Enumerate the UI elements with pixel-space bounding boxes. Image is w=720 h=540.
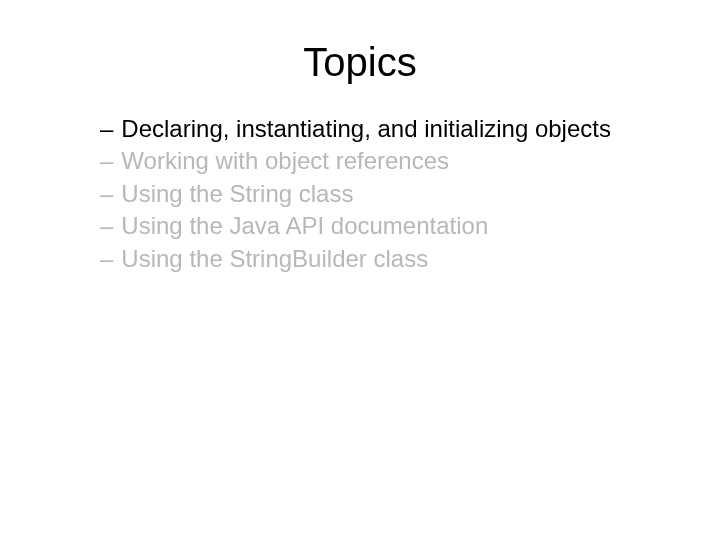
list-item-label: Working with object references — [121, 145, 449, 177]
list-item-label: Using the StringBuilder class — [121, 243, 428, 275]
list-item-label: Using the String class — [121, 178, 353, 210]
list-item-label: Declaring, instantiating, and initializi… — [121, 113, 611, 145]
list-item-label: Using the Java API documentation — [121, 210, 488, 242]
list-item: – Using the Java API documentation — [100, 210, 660, 242]
dash-icon: – — [100, 178, 113, 210]
list-item: – Using the String class — [100, 178, 660, 210]
list-item: – Working with object references — [100, 145, 660, 177]
list-item: – Declaring, instantiating, and initiali… — [100, 113, 660, 145]
dash-icon: – — [100, 113, 113, 145]
slide-title: Topics — [60, 40, 660, 85]
topic-list: – Declaring, instantiating, and initiali… — [60, 113, 660, 275]
list-item: – Using the StringBuilder class — [100, 243, 660, 275]
dash-icon: – — [100, 145, 113, 177]
dash-icon: – — [100, 243, 113, 275]
dash-icon: – — [100, 210, 113, 242]
